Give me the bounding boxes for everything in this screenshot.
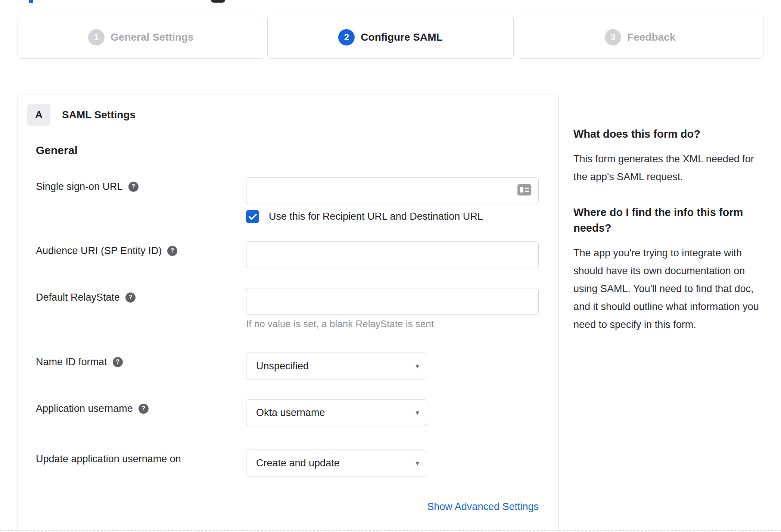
recipient-url-checkbox-row: Use this for Recipient URL and Destinati…	[246, 210, 483, 223]
update-application-username-label: Update application username on	[36, 453, 181, 465]
help-sidebar: What does this form do? This form genera…	[573, 126, 760, 334]
recipient-url-checkbox[interactable]	[246, 210, 259, 223]
sidebar-heading-where: Where do I find the info this form needs…	[573, 204, 760, 236]
step-3-label: Feedback	[627, 31, 675, 43]
chevron-down-icon: ▾	[416, 362, 419, 370]
application-username-label-wrap: Application username ?	[36, 399, 149, 418]
help-icon[interactable]: ?	[167, 246, 177, 256]
sidebar-heading-what: What does this form do?	[573, 126, 760, 142]
default-relaystate-label: Default RelayState	[36, 292, 120, 303]
application-username-value: Okta username	[256, 407, 325, 419]
single-sign-on-url-label-wrap: Single sign-on URL ?	[36, 177, 139, 196]
contact-card-icon[interactable]	[517, 184, 531, 195]
section-a-badge: A	[27, 104, 50, 126]
single-sign-on-url-label: Single sign-on URL	[36, 181, 123, 193]
chevron-down-icon: ▾	[416, 459, 419, 467]
panel-title: SAML Settings	[62, 104, 136, 126]
step-2-number-badge: 2	[338, 29, 355, 46]
step-configure-saml[interactable]: 2 Configure SAML	[267, 16, 514, 59]
recipient-url-checkbox-label: Use this for Recipient URL and Destinati…	[269, 211, 483, 222]
step-1-label: General Settings	[111, 31, 194, 43]
update-application-username-select[interactable]: Create and update ▾	[246, 450, 427, 476]
help-icon[interactable]: ?	[125, 292, 136, 303]
step-3-number-badge: 3	[605, 29, 621, 46]
wizard-stepper: 1 General Settings 2 Configure SAML 3 Fe…	[18, 16, 763, 59]
relaystate-hint: If no value is set, a blank RelayState i…	[246, 318, 434, 330]
cutoff-app-logo-fragment	[211, 0, 225, 3]
help-icon[interactable]: ?	[139, 404, 149, 414]
step-1-number-badge: 1	[88, 29, 105, 46]
step-2-label: Configure SAML	[361, 31, 442, 43]
chevron-down-icon: ▾	[416, 408, 419, 417]
default-relaystate-input[interactable]	[246, 288, 539, 315]
application-username-label: Application username	[36, 403, 133, 414]
update-application-username-value: Create and update	[256, 457, 340, 469]
update-application-username-label-wrap: Update application username on	[36, 450, 181, 468]
name-id-format-select[interactable]: Unspecified ▾	[246, 353, 427, 379]
name-id-format-label-wrap: Name ID format ?	[36, 353, 123, 371]
audience-uri-label-wrap: Audience URI (SP Entity ID) ?	[36, 241, 177, 260]
sidebar-body-what: This form generates the XML needed for t…	[573, 150, 760, 186]
single-sign-on-url-input[interactable]	[246, 177, 539, 204]
help-icon[interactable]: ?	[113, 357, 123, 367]
step-feedback[interactable]: 3 Feedback	[517, 16, 763, 59]
audience-uri-input[interactable]	[246, 241, 539, 268]
show-advanced-settings-link[interactable]: Show Advanced Settings	[246, 501, 539, 513]
saml-settings-panel: A SAML Settings General Single sign-on U…	[18, 94, 559, 532]
application-username-select[interactable]: Okta username ▾	[246, 399, 427, 426]
name-id-format-value: Unspecified	[256, 360, 309, 372]
name-id-format-label: Name ID format	[36, 356, 107, 368]
cutoff-blue-tab-fragment	[29, 0, 33, 3]
audience-uri-label: Audience URI (SP Entity ID)	[36, 245, 162, 257]
bottom-cutoff-divider	[0, 531, 781, 531]
general-group-title: General	[36, 144, 78, 157]
sidebar-body-where: The app you're trying to integrate with …	[573, 244, 760, 334]
help-icon[interactable]: ?	[128, 182, 139, 192]
default-relaystate-label-wrap: Default RelayState ?	[36, 288, 136, 307]
step-general-settings[interactable]: 1 General Settings	[18, 16, 264, 59]
okta-saml-setup-page: 1 General Settings 2 Configure SAML 3 Fe…	[0, 0, 781, 532]
